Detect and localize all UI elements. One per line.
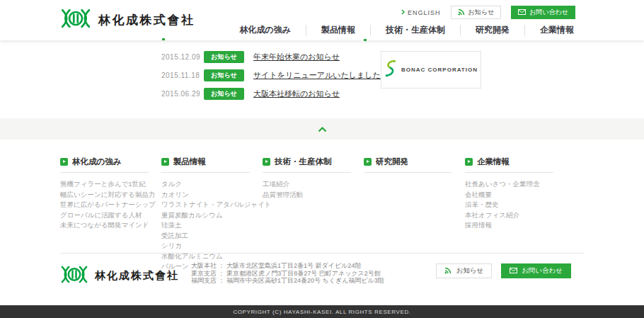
footer-link[interactable]: カオリン <box>161 190 250 200</box>
chevron-up-icon <box>318 124 327 135</box>
back-to-top-button[interactable] <box>311 121 334 137</box>
bonac-banner[interactable]: BONAC CORPORATION <box>381 51 481 89</box>
footer-heading-label: 技術・生産体制 <box>275 157 332 167</box>
footer-col-products: 製品情報 タルク カオリン ワラストナイト・アタパルジャイト 重質炭酸カルシウム… <box>161 157 263 272</box>
address-fukuoka: 福岡支店 ： 福岡市中央区高砂1丁目24番20号 ちくぎん福岡ビル3階 <box>191 277 384 285</box>
footer-col-research: 研究開発 <box>364 157 465 272</box>
footer-link[interactable]: 世界に広がるパートナーシップ <box>60 200 149 210</box>
news-row: 2015.11.18 お知らせ サイトをリニューアルいたしました <box>161 68 382 82</box>
footer-heading-research[interactable]: 研究開発 <box>364 157 452 173</box>
footer-col-technology: 技術・生産体制 工場紹介 品質管理活動 <box>263 157 364 272</box>
footer-heading-strengths[interactable]: 林化成の強み <box>60 157 149 173</box>
footer-contact-label: お問い合わせ <box>522 266 563 276</box>
news-link[interactable]: 年末年始休業のお知らせ <box>253 52 340 62</box>
news-row: 2015.12.09 お知らせ 年末年始休業のお知らせ <box>161 50 382 64</box>
mail-icon <box>510 267 517 275</box>
arrow-square-icon <box>60 158 68 166</box>
footer-link[interactable]: シリカ <box>161 241 250 251</box>
hayashi-kasei-emblem-icon <box>60 264 88 288</box>
english-label: ENGLISH <box>408 9 441 16</box>
rss-icon <box>444 267 452 276</box>
arrow-square-icon <box>465 158 473 166</box>
footer-heading-label: 製品情報 <box>173 157 206 167</box>
news-category-badge: お知らせ <box>204 88 244 100</box>
footer-col-company: 企業情報 社長あいさつ・企業理念 会社概要 沿革・歴史 本社オフィス紹介 採用情… <box>465 157 566 272</box>
site-header: 林化成株式會社 ENGLISH <box>0 0 644 40</box>
footer-link[interactable]: ワラストナイト・アタパルジャイト <box>161 200 250 210</box>
news-link[interactable]: 大阪本社移転のお知らせ <box>253 89 340 99</box>
footer-link[interactable]: 採用情報 <box>465 220 553 231</box>
footer-link[interactable]: 珪藻土 <box>161 220 250 231</box>
logo-text: 林化成株式會社 <box>98 12 195 28</box>
footer-logo-text: 林化成株式會社 <box>95 269 179 283</box>
english-link[interactable]: ENGLISH <box>401 9 441 16</box>
back-to-top-band <box>0 118 644 140</box>
mail-icon <box>518 9 526 16</box>
footer-contact-button[interactable]: お問い合わせ <box>501 263 571 278</box>
footer-link[interactable]: 沿革・歴史 <box>465 200 553 210</box>
footer-link[interactable]: 受託加工 <box>161 231 250 242</box>
news-date: 2015.11.18 <box>161 72 204 79</box>
chevron-right-icon <box>401 9 405 16</box>
copyright-bar: COPYRIGHT (C) HAYASHI-KASEI. ALL RIGHTS … <box>0 305 644 318</box>
footer-heading-products[interactable]: 製品情報 <box>161 157 250 173</box>
footer-link[interactable]: 品質管理活動 <box>263 190 351 200</box>
hayashi-kasei-emblem-icon <box>60 7 91 33</box>
footer-link[interactable]: 無機フィラーと歩んで1世紀 <box>60 179 149 190</box>
news-row: 2015.06.29 お知らせ 大阪本社移転のお知らせ <box>161 86 382 101</box>
main-nav: 林化成の強み 製品情報 技術・生産体制 研究開発 企業情報 <box>224 25 589 35</box>
footer-link[interactable]: 未来につながる開発マインド <box>60 220 149 231</box>
news-date: 2015.06.29 <box>161 90 204 98</box>
header-contact-button[interactable]: お問い合わせ <box>511 6 575 19</box>
nav-item-research[interactable]: 研究開発 <box>460 25 524 35</box>
footer-heading-label: 企業情報 <box>477 157 510 167</box>
footer-link[interactable]: 幅広いシーンに対応する製品力 <box>60 190 149 200</box>
rss-icon <box>458 8 465 17</box>
site-footer: 林化成の強み 無機フィラーと歩んで1世紀 幅広いシーンに対応する製品力 世界に広… <box>0 140 644 306</box>
footer-divider <box>60 253 584 254</box>
footer-link[interactable]: 会社概要 <box>465 190 553 200</box>
footer-link[interactable]: グローバルに活躍する人材 <box>60 210 149 221</box>
news-section: 2015.12.09 お知らせ 年末年始休業のお知らせ 2015.11.18 お… <box>0 40 644 118</box>
footer-heading-company[interactable]: 企業情報 <box>465 157 553 173</box>
office-addresses: 大阪本社 ： 大阪市北区堂島浜1丁目2番1号 新ダイビル24階 東京支店 ： 東… <box>191 262 384 285</box>
green-tick-decoration <box>364 39 367 41</box>
footer-link[interactable]: 社長あいさつ・企業理念 <box>465 179 553 190</box>
header-notice-button[interactable]: お知らせ <box>451 6 502 19</box>
footer-notice-button[interactable]: お知らせ <box>436 263 492 278</box>
news-link[interactable]: サイトをリニューアルいたしました <box>253 70 381 81</box>
nav-label: 研究開発 <box>476 25 510 35</box>
footer-link[interactable]: 重質炭酸カルシウム <box>161 210 250 221</box>
header-contact-label: お問い合わせ <box>529 8 568 17</box>
footer-heading-label: 研究開発 <box>376 157 408 167</box>
footer-link[interactable]: タルク <box>161 179 250 190</box>
green-tick-decoration <box>162 38 165 40</box>
header-logo[interactable]: 林化成株式會社 <box>60 7 195 33</box>
news-category-badge: お知らせ <box>204 69 244 81</box>
arrow-square-icon <box>364 158 372 166</box>
footer-sitemap: 林化成の強み 無機フィラーと歩んで1世紀 幅広いシーンに対応する製品力 世界に広… <box>60 157 566 272</box>
footer-logo[interactable]: 林化成株式會社 <box>60 264 179 288</box>
header-utility: ENGLISH お知らせ <box>401 6 575 19</box>
header-notice-label: お知らせ <box>468 8 495 17</box>
footer-heading-technology[interactable]: 技術・生産体制 <box>263 157 351 173</box>
page: 林化成株式會社 ENGLISH <box>0 0 644 318</box>
footer-heading-label: 林化成の強み <box>72 157 122 167</box>
address-tokyo: 東京支店 ： 東京都港区虎ノ門3丁目8番27号 巴町アネックス2号館 <box>191 270 384 278</box>
nav-item-products[interactable]: 製品情報 <box>306 25 370 35</box>
nav-item-technology[interactable]: 技術・生産体制 <box>370 25 460 35</box>
footer-bottom: 林化成株式會社 大阪本社 ： 大阪市北区堂島浜1丁目2番1号 新ダイビル24階 … <box>60 260 584 298</box>
nav-label: 企業情報 <box>540 25 574 35</box>
nav-item-strengths[interactable]: 林化成の強み <box>224 25 306 35</box>
bonac-logo-icon <box>384 59 397 81</box>
nav-label: 製品情報 <box>321 25 355 35</box>
news-date: 2015.12.09 <box>161 53 204 61</box>
footer-buttons: お知らせ お問い合わせ <box>436 263 571 278</box>
arrow-square-icon <box>161 158 169 166</box>
arrow-square-icon <box>263 158 270 166</box>
footer-link[interactable]: 本社オフィス紹介 <box>465 210 553 221</box>
nav-item-company[interactable]: 企業情報 <box>524 25 589 35</box>
nav-label: 林化成の強み <box>239 25 291 35</box>
bonac-banner-label: BONAC CORPORATION <box>401 67 478 73</box>
footer-link[interactable]: 工場紹介 <box>263 179 351 190</box>
